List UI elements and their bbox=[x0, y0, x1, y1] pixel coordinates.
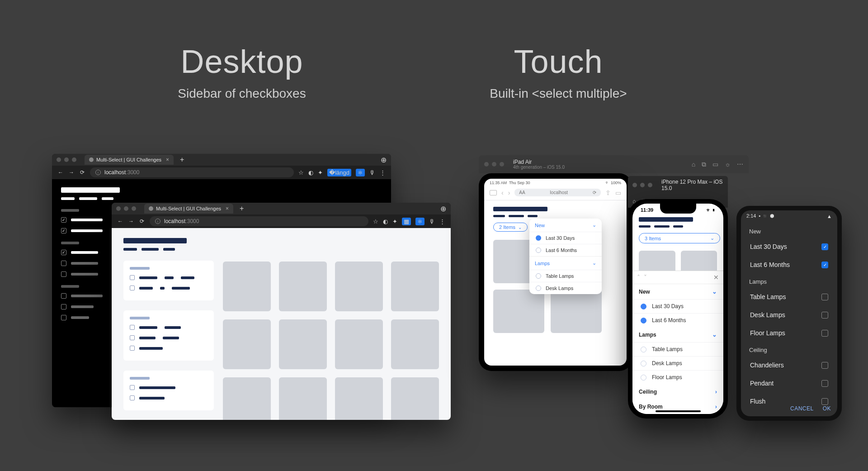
more-icon[interactable]: ⋯ bbox=[737, 161, 743, 168]
nav-back-icon[interactable]: ← bbox=[117, 218, 123, 224]
checkbox[interactable] bbox=[130, 335, 135, 340]
nav-reload-icon[interactable]: ⟳ bbox=[139, 218, 145, 224]
dialog-option[interactable]: Pendant bbox=[741, 374, 837, 392]
contrast-icon[interactable]: ◐ bbox=[383, 218, 388, 225]
safari-tabs-icon[interactable]: ▭ bbox=[615, 189, 621, 196]
sheet-option[interactable]: Desk Lamps bbox=[632, 356, 723, 370]
result-card[interactable] bbox=[335, 262, 383, 311]
sheet-option[interactable]: Last 30 Days bbox=[632, 299, 723, 313]
safari-sidebar-icon[interactable] bbox=[490, 190, 497, 195]
sheet-option[interactable]: Table Lamps bbox=[632, 342, 723, 356]
cancel-button[interactable]: CANCEL bbox=[790, 405, 814, 412]
react-icon[interactable]: ⚛ bbox=[356, 169, 365, 176]
checkbox[interactable] bbox=[61, 261, 66, 266]
checkbox[interactable] bbox=[61, 250, 66, 255]
rotate-icon[interactable]: ▭ bbox=[712, 161, 718, 168]
checkbox[interactable] bbox=[130, 285, 135, 290]
close-tab-icon[interactable]: × bbox=[226, 205, 229, 212]
result-card[interactable] bbox=[279, 262, 327, 311]
dialog-option[interactable]: Floor Lamps bbox=[741, 324, 837, 342]
ok-button[interactable]: OK bbox=[823, 405, 831, 412]
sheet-prev-icon[interactable]: ˄ bbox=[637, 274, 640, 281]
home-indicator[interactable] bbox=[656, 410, 701, 412]
popover-section-header[interactable]: New⌄ bbox=[529, 219, 602, 232]
star-icon[interactable]: ☆ bbox=[373, 218, 378, 225]
checkbox[interactable] bbox=[61, 228, 66, 233]
nav-back-icon[interactable]: ← bbox=[57, 169, 64, 176]
dialog-option[interactable]: Table Lamps bbox=[741, 288, 837, 306]
window-expand-icon[interactable]: ⊕ bbox=[381, 156, 387, 164]
window-traffic-lights[interactable] bbox=[116, 206, 136, 211]
brightness-icon[interactable]: ☼ bbox=[725, 161, 731, 168]
sheet-close-icon[interactable]: ✕ bbox=[713, 274, 719, 281]
result-card[interactable] bbox=[551, 290, 602, 333]
star-icon[interactable]: ☆ bbox=[298, 169, 304, 176]
new-tab-button[interactable]: + bbox=[177, 156, 187, 164]
menu-icon[interactable]: ⋮ bbox=[380, 169, 386, 176]
safari-reload-icon[interactable]: ⟳ bbox=[593, 190, 596, 195]
checkbox[interactable] bbox=[130, 385, 135, 390]
sheet-section-header[interactable]: New⌄ bbox=[632, 284, 723, 299]
checkbox[interactable] bbox=[61, 293, 66, 299]
checkbox[interactable] bbox=[61, 315, 66, 320]
window-traffic-lights[interactable] bbox=[632, 183, 652, 187]
nav-reload-icon[interactable]: ⟳ bbox=[79, 169, 85, 176]
result-card[interactable] bbox=[391, 262, 439, 311]
result-card[interactable] bbox=[223, 319, 271, 369]
nav-forward-icon[interactable]: → bbox=[68, 169, 75, 176]
dialog-option[interactable]: Desk Lamps bbox=[741, 306, 837, 324]
popover-option[interactable]: Last 6 Months bbox=[529, 244, 602, 256]
address-bar[interactable]: i localhost:3000 bbox=[150, 216, 368, 226]
site-info-icon[interactable]: i bbox=[155, 219, 160, 224]
checkbox[interactable] bbox=[130, 346, 135, 351]
react-icon[interactable]: ⚛ bbox=[415, 218, 425, 225]
select-sheet[interactable]: ˄ ˅ ✕ New⌄Last 30 DaysLast 6 MonthsLamps… bbox=[632, 271, 723, 414]
result-card[interactable] bbox=[391, 319, 439, 369]
site-info-icon[interactable]: i bbox=[95, 170, 101, 175]
browser-tab[interactable]: Multi-Select | GUI Challenges × bbox=[85, 155, 174, 165]
address-bar[interactable]: i localhost:3000 bbox=[90, 167, 294, 177]
checkbox[interactable] bbox=[61, 304, 66, 309]
popover-option[interactable]: Desk Lamps bbox=[529, 282, 602, 294]
dialog-option[interactable]: Chandeliers bbox=[741, 356, 837, 374]
window-traffic-lights[interactable] bbox=[484, 162, 504, 167]
sheet-section-header[interactable]: Lamps⌄ bbox=[632, 327, 723, 342]
result-card[interactable] bbox=[223, 377, 271, 420]
sheet-section-header[interactable]: Ceiling› bbox=[632, 384, 723, 399]
checkbox[interactable] bbox=[130, 325, 135, 330]
dialog-option[interactable]: Last 6 Months bbox=[741, 256, 837, 274]
devtools-icon[interactable]: �längd bbox=[327, 169, 351, 176]
result-card[interactable] bbox=[279, 377, 327, 420]
result-card[interactable] bbox=[279, 319, 327, 369]
result-card[interactable] bbox=[391, 377, 439, 420]
safari-aa[interactable]: AA bbox=[519, 190, 525, 195]
safari-share-icon[interactable]: ⇪ bbox=[605, 189, 611, 196]
mic-icon[interactable]: 🎙 bbox=[369, 169, 375, 176]
nav-forward-icon[interactable]: → bbox=[128, 218, 134, 224]
popover-option[interactable]: Last 30 Days bbox=[529, 232, 602, 244]
sheet-option[interactable]: Last 6 Months bbox=[632, 313, 723, 327]
browser-tab[interactable]: Multi-Select | GUI Challenges × bbox=[144, 204, 233, 214]
checkbox[interactable] bbox=[130, 275, 135, 280]
safari-back-icon[interactable]: ‹ bbox=[501, 189, 504, 196]
home-icon[interactable]: ⌂ bbox=[692, 161, 695, 168]
popover-option[interactable]: Table Lamps bbox=[529, 270, 602, 282]
popover-section-header[interactable]: Lamps⌄ bbox=[529, 256, 602, 270]
checkbox[interactable] bbox=[61, 271, 66, 277]
window-expand-icon[interactable]: ⊕ bbox=[440, 205, 446, 213]
checkbox[interactable] bbox=[61, 217, 66, 223]
select-popover[interactable]: New⌄Last 30 DaysLast 6 MonthsLamps⌄Table… bbox=[529, 219, 602, 294]
result-card[interactable] bbox=[223, 262, 271, 311]
result-card[interactable] bbox=[493, 290, 544, 333]
mic-icon[interactable]: 🎙 bbox=[429, 218, 435, 225]
result-card[interactable] bbox=[335, 377, 383, 420]
devtools-icon[interactable]: ▦ bbox=[402, 218, 411, 225]
close-tab-icon[interactable]: × bbox=[166, 157, 169, 163]
contrast-icon[interactable]: ◐ bbox=[308, 169, 313, 176]
screenshot-icon[interactable]: ⧉ bbox=[702, 161, 706, 168]
filter-chip[interactable]: 2 Items ⌄ bbox=[493, 223, 528, 232]
safari-address-bar[interactable]: AA localhost ⟳ bbox=[514, 189, 601, 196]
extensions-icon[interactable]: ✦ bbox=[318, 169, 323, 176]
select-dialog[interactable]: NewLast 30 DaysLast 6 MonthsLampsTable L… bbox=[741, 222, 837, 412]
checkbox[interactable] bbox=[130, 395, 135, 400]
